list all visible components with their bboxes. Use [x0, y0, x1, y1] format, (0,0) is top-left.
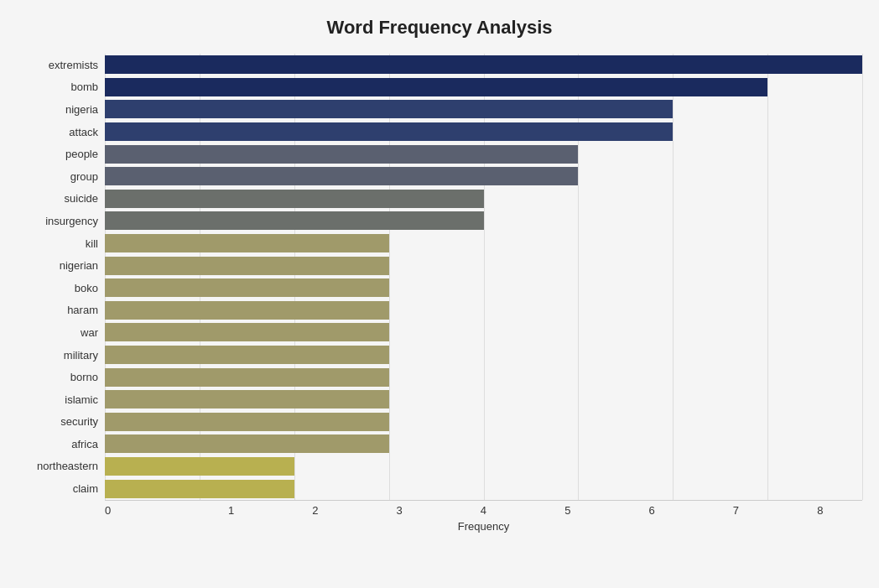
- bar: [105, 257, 389, 275]
- bar-row: [105, 76, 862, 99]
- y-label: insurgency: [17, 210, 105, 232]
- x-tick: 5: [526, 504, 610, 517]
- bar: [105, 55, 862, 74]
- y-label: suicide: [17, 188, 105, 211]
- bar: [105, 234, 389, 252]
- bar: [105, 278, 389, 297]
- y-label: people: [17, 143, 105, 165]
- bar: [105, 390, 389, 408]
- chart-area: extremistsbombnigeriaattackpeoplegroupsu…: [17, 54, 862, 533]
- y-label: boko: [17, 277, 105, 299]
- bar: [105, 100, 673, 118]
- x-axis: 012345678: [105, 504, 862, 517]
- y-label: attack: [17, 121, 105, 143]
- bar: [105, 301, 389, 320]
- plot-area: [105, 54, 862, 500]
- chart-title: Word Frequency Analysis: [17, 17, 862, 39]
- bar-row: [105, 254, 862, 277]
- bar: [105, 190, 484, 208]
- y-label: kill: [17, 232, 105, 255]
- bar: [105, 457, 294, 476]
- y-label: security: [17, 411, 105, 434]
- bar-row: [105, 210, 862, 232]
- bar-row: [105, 143, 862, 165]
- grid-line: [862, 54, 863, 500]
- bar: [105, 346, 389, 364]
- x-tick: 8: [778, 504, 862, 517]
- y-label: islamic: [17, 388, 105, 411]
- bar-row: [105, 165, 862, 188]
- x-tick: 1: [189, 504, 273, 517]
- bar: [105, 368, 389, 387]
- bar: [105, 122, 673, 141]
- bar-row: [105, 321, 862, 344]
- y-label: africa: [17, 433, 105, 455]
- x-tick: 2: [273, 504, 357, 517]
- bar: [105, 145, 578, 164]
- x-tick: 0: [105, 504, 189, 517]
- bar-row: [105, 54, 862, 76]
- x-tick: 6: [610, 504, 694, 517]
- bar-row: [105, 121, 862, 143]
- bar: [105, 434, 389, 453]
- bar-row: [105, 455, 862, 478]
- bar-row: [105, 433, 862, 455]
- bar: [105, 480, 294, 498]
- bar-row: [105, 188, 862, 211]
- bar-row: [105, 344, 862, 367]
- chart-container: Word Frequency Analysis extremistsbombni…: [0, 0, 879, 588]
- bars-section: extremistsbombnigeriaattackpeoplegroupsu…: [17, 54, 862, 500]
- bar-row: [105, 232, 862, 255]
- x-tick: 3: [357, 504, 441, 517]
- bar-row: [105, 388, 862, 411]
- y-label: nigeria: [17, 98, 105, 121]
- bar-row: [105, 98, 862, 121]
- grid-and-bars: [105, 54, 862, 500]
- y-label: bomb: [17, 76, 105, 99]
- y-labels: extremistsbombnigeriaattackpeoplegroupsu…: [17, 54, 105, 500]
- y-label: haram: [17, 299, 105, 322]
- bar-row: [105, 366, 862, 388]
- bar-row: [105, 299, 862, 322]
- y-label: extremists: [17, 54, 105, 76]
- x-axis-label: Frequency: [105, 520, 862, 533]
- bar-row: [105, 411, 862, 434]
- y-label: war: [17, 321, 105, 344]
- bar: [105, 78, 767, 96]
- bar-rows: [105, 54, 862, 500]
- y-label: military: [17, 344, 105, 367]
- y-label: borno: [17, 366, 105, 388]
- x-tick: 7: [694, 504, 778, 517]
- x-tick: 4: [441, 504, 525, 517]
- y-label: northeastern: [17, 455, 105, 478]
- y-label: group: [17, 165, 105, 188]
- bar: [105, 167, 578, 185]
- x-axis-line: [105, 500, 862, 501]
- bar: [105, 211, 484, 230]
- bar-row: [105, 277, 862, 299]
- y-label: nigerian: [17, 254, 105, 277]
- bar: [105, 413, 389, 431]
- bar: [105, 323, 389, 341]
- y-label: claim: [17, 477, 105, 500]
- bar-row: [105, 477, 862, 500]
